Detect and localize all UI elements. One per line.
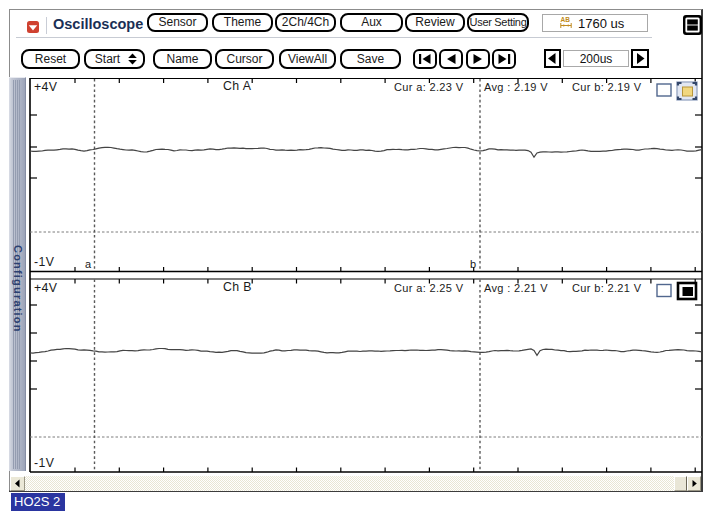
svg-text:Avg : 2.21 V: Avg : 2.21 V [484,282,548,294]
svg-text:Cur b: 2.19 V: Cur b: 2.19 V [572,81,642,93]
svg-text:-1V: -1V [34,456,55,470]
svg-text:-1V: -1V [34,255,55,269]
svg-text:Ch A: Ch A [223,79,252,93]
svg-text:Avg : 2.19 V: Avg : 2.19 V [484,81,548,93]
svg-text:+4V: +4V [34,80,58,94]
svg-text:a: a [85,258,92,270]
svg-text:Ch B: Ch B [223,280,252,294]
svg-text:b: b [470,258,476,270]
svg-text:Cur a: 2.25 V: Cur a: 2.25 V [394,282,464,294]
svg-text:Cur b: 2.21 V: Cur b: 2.21 V [572,282,642,294]
svg-text:+4V: +4V [34,281,58,295]
svg-text:Cur a: 2.23 V: Cur a: 2.23 V [394,81,464,93]
